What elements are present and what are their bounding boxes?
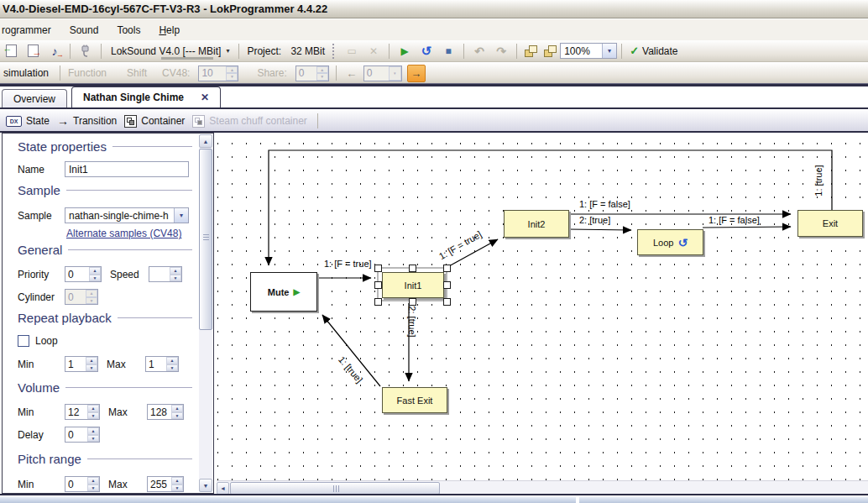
state-node-loop[interactable]: Loop ↺ <box>637 229 703 255</box>
transition-init2-to-loop[interactable] <box>568 229 631 230</box>
add-transition-tool[interactable]: → Transition <box>55 113 123 129</box>
tab-overview[interactable]: Overview <box>2 89 67 107</box>
spin-up-icon[interactable]: ▲ <box>87 405 99 412</box>
open-file-button[interactable]: → <box>0 42 22 60</box>
selection-handle[interactable] <box>374 298 382 306</box>
selection-handle[interactable] <box>374 281 382 289</box>
zoom-in-button[interactable] <box>541 44 560 59</box>
chevron-down-icon[interactable]: ▾ <box>174 208 188 223</box>
canvas-horizontal-scrollbar[interactable]: ◄ <box>217 480 868 495</box>
volume-min-stepper[interactable]: 12 ▲▼ <box>65 404 100 420</box>
transition-label[interactable]: 2: [true] <box>579 215 610 225</box>
chevron-down-icon[interactable]: ▾ <box>602 44 616 58</box>
menu-programmer[interactable]: rogrammer <box>0 21 60 39</box>
speed-stepper[interactable]: ▲▼ <box>149 266 182 282</box>
programmer-device-button[interactable] <box>75 42 97 60</box>
state-node-fast-exit[interactable]: Fast Exit <box>382 387 447 413</box>
spin-up-icon[interactable]: ▲ <box>171 405 183 412</box>
delay-value[interactable]: 0 <box>65 427 87 442</box>
spin-up-icon[interactable]: ▲ <box>87 477 99 485</box>
export-sound-button[interactable]: ♪ → <box>44 42 65 60</box>
scroll-up-button[interactable]: ▲ <box>199 134 212 148</box>
spin-up-icon[interactable]: ▲ <box>166 357 178 364</box>
menu-help[interactable]: Help <box>149 21 189 39</box>
repeat-min-stepper[interactable]: 1 ▲▼ <box>65 356 98 372</box>
name-input[interactable]: Init1 <box>65 161 189 177</box>
add-state-tool[interactable]: DX State <box>4 113 55 128</box>
tab-nathan-single-chime[interactable]: Nathan Single Chime ✕ <box>71 86 221 107</box>
spin-down-icon[interactable]: ▼ <box>170 275 181 282</box>
spin-up-icon[interactable]: ▲ <box>89 267 101 275</box>
state-node-init1[interactable]: Init1 <box>382 272 444 298</box>
step-forward-button[interactable]: → <box>407 65 426 82</box>
stop-button[interactable]: ■ <box>437 42 459 60</box>
state-node-mute[interactable]: Mute ▶ <box>250 272 317 312</box>
validate-button[interactable]: ✓ Validate <box>626 43 681 59</box>
toolbar-grip[interactable] <box>332 44 337 59</box>
repeat-max-value[interactable]: 1 <box>146 357 166 371</box>
selection-handle[interactable] <box>409 298 416 306</box>
spin-down-icon[interactable]: ▼ <box>86 364 97 372</box>
spin-down-icon[interactable]: ▼ <box>171 412 183 420</box>
chevron-down-icon: ▾ <box>389 66 401 81</box>
step-back-button[interactable]: ← <box>343 65 360 81</box>
scroll-down-icon: ▼ <box>203 483 209 489</box>
spin-down-icon[interactable]: ▼ <box>87 412 99 420</box>
loop-playback-button[interactable]: ↺ <box>416 42 437 60</box>
repeat-max-stepper[interactable]: 1 ▲▼ <box>145 356 179 372</box>
pitch-min-stepper[interactable]: 0 ▲▼ <box>65 476 100 492</box>
transition-label[interactable]: 1: [true] <box>813 165 824 196</box>
menu-sound[interactable]: Sound <box>60 21 108 39</box>
speed-value[interactable] <box>149 267 170 281</box>
close-icon[interactable]: ✕ <box>201 92 209 103</box>
spin-down-icon[interactable]: ▼ <box>87 485 99 492</box>
spin-up-icon[interactable]: ▲ <box>86 357 97 364</box>
menu-tools[interactable]: Tools <box>107 21 149 39</box>
priority-value[interactable]: 0 <box>65 267 89 281</box>
export-file-button[interactable]: → <box>22 42 44 60</box>
pitch-max-value[interactable]: 255 <box>148 477 171 491</box>
volume-min-value[interactable]: 12 <box>65 405 87 419</box>
volume-max-value[interactable]: 128 <box>148 405 171 419</box>
transition-label[interactable]: 1: [F = false] <box>709 215 760 225</box>
transition-label[interactable]: 1: [F = false] <box>579 199 630 209</box>
spin-up-icon[interactable]: ▲ <box>171 477 183 485</box>
zoom-out-button[interactable] <box>521 44 541 59</box>
state-node-exit[interactable]: Exit <box>797 210 863 237</box>
delay-stepper[interactable]: 0 ▲▼ <box>65 427 100 443</box>
spin-up-icon[interactable]: ▲ <box>87 427 99 435</box>
transition-label[interactable]: 2: [true] <box>407 306 417 337</box>
selection-handle[interactable] <box>443 298 451 306</box>
alternate-samples-link[interactable]: Alternate samples (CV48) <box>66 228 181 239</box>
transition-loop-to-exit[interactable] <box>703 227 791 228</box>
pitch-min-value[interactable]: 0 <box>65 477 87 491</box>
sample-dropdown[interactable]: nathan-single-chime-h ▾ <box>65 207 189 223</box>
zoom-level-combobox[interactable]: 100% ▾ <box>560 43 617 59</box>
device-selector-dropdown[interactable]: LokSound V4.0 [--- MBit] ▾ <box>106 44 234 59</box>
play-button[interactable]: ▶ <box>394 42 416 60</box>
scroll-left-button[interactable]: ◄ <box>217 482 229 495</box>
spin-down-icon[interactable]: ▼ <box>171 485 183 492</box>
spin-down-icon[interactable]: ▼ <box>166 364 178 372</box>
volume-max-stepper[interactable]: 128 ▲▼ <box>147 404 184 420</box>
transition-exit-to-mute[interactable] <box>269 150 832 265</box>
spin-down-icon[interactable]: ▼ <box>89 275 101 282</box>
selection-handle[interactable] <box>443 265 451 272</box>
priority-stepper[interactable]: 0 ▲▼ <box>65 266 102 282</box>
scrollbar-thumb[interactable] <box>230 482 440 495</box>
selection-handle[interactable] <box>443 281 451 289</box>
selection-handle[interactable] <box>374 265 382 272</box>
loop-checkbox[interactable] <box>18 335 29 347</box>
selection-handle[interactable] <box>409 265 416 272</box>
repeat-min-value[interactable]: 1 <box>65 357 86 371</box>
scrollbar-thumb[interactable] <box>199 149 212 330</box>
scroll-down-button[interactable]: ▼ <box>199 479 212 492</box>
state-node-init2[interactable]: Init2 <box>504 210 569 238</box>
panel-vertical-scrollbar[interactable]: ▲ ▼ <box>199 134 212 492</box>
transition-label[interactable]: 1: [F = true] <box>324 259 372 269</box>
spin-down-icon[interactable]: ▼ <box>87 435 99 443</box>
pitch-max-stepper[interactable]: 255 ▲▼ <box>147 476 184 492</box>
spin-up-icon[interactable]: ▲ <box>170 267 181 275</box>
state-diagram-canvas[interactable]: Mute ▶ Init1 Init2 Loop ↺ Exit Fast Exit… <box>215 133 868 495</box>
add-container-tool[interactable]: Container <box>123 113 191 129</box>
